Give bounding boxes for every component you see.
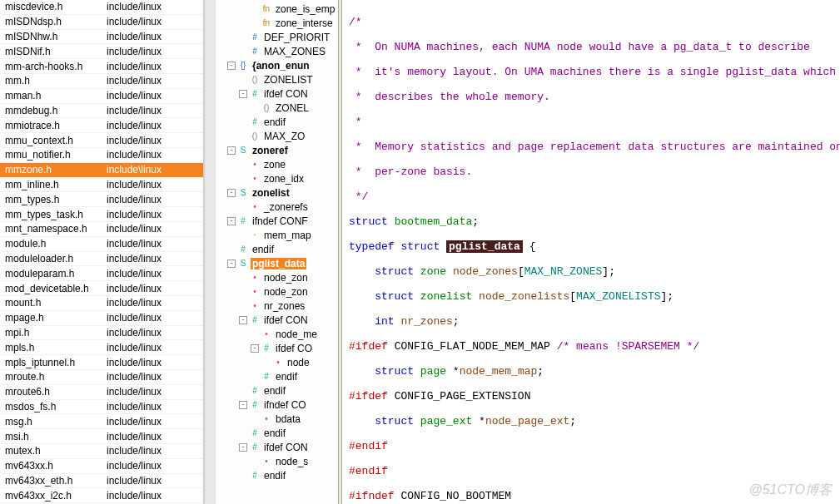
file-row[interactable]: mount.hinclude/linux	[0, 296, 203, 311]
tree-row[interactable]: ()ZONELIST	[216, 72, 341, 86]
file-row[interactable]: mpls.hinclude/linux	[0, 340, 203, 355]
tree-row[interactable]: •nr_zones	[216, 299, 341, 313]
tree-row[interactable]: #endif	[216, 468, 341, 482]
tree-row[interactable]: •bdata	[216, 412, 341, 426]
tree-row[interactable]: •_zonerefs	[216, 200, 341, 214]
tree-row[interactable]: #MAX_ZONES	[216, 44, 341, 58]
tree-row[interactable]: #endif	[216, 369, 341, 383]
tree-item-label: node_s	[274, 456, 310, 467]
tree-row[interactable]: -Spglist_data	[216, 256, 341, 270]
tree-item-label: endif	[251, 244, 276, 255]
collapse-icon[interactable]: -	[239, 90, 247, 98]
file-row[interactable]: mmu_context.hinclude/linux	[0, 133, 203, 148]
file-row[interactable]: miscdevice.hinclude/linux	[0, 0, 203, 15]
file-name: mv643xx_eth.h	[5, 475, 107, 487]
keyword: struct	[375, 365, 414, 378]
file-row[interactable]: mm_inline.hinclude/linux	[0, 178, 203, 193]
tree-row[interactable]: #endif	[216, 242, 341, 256]
file-row[interactable]: mm-arch-hooks.hinclude/linux	[0, 59, 203, 74]
file-row[interactable]: mpage.hinclude/linux	[0, 311, 203, 326]
file-row[interactable]: mISDNif.hinclude/linux	[0, 44, 203, 59]
tree-row[interactable]: -#ifdef CON	[216, 313, 341, 327]
file-name: moduleloader.h	[5, 253, 107, 264]
collapse-icon[interactable]: -	[227, 217, 236, 225]
file-list-scrollbar[interactable]	[204, 0, 216, 504]
tree-row[interactable]: #endif	[216, 426, 341, 440]
keyword: struct	[349, 215, 388, 228]
file-row[interactable]: mmu_notifier.hinclude/linux	[0, 148, 203, 163]
file-row[interactable]: mmdebug.hinclude/linux	[0, 104, 203, 119]
file-row[interactable]: mISDNdsp.hinclude/linux	[0, 15, 203, 30]
file-path: include/linux	[107, 75, 198, 86]
file-row[interactable]: mv643xx_eth.hinclude/linux	[0, 474, 203, 489]
tree-row[interactable]: fnzone_interse	[216, 16, 341, 30]
collapse-icon[interactable]: -	[239, 401, 247, 409]
tree-item-label: endif	[262, 427, 287, 439]
file-row[interactable]: mISDNhw.hinclude/linux	[0, 30, 203, 45]
collapse-icon[interactable]: -	[239, 443, 247, 452]
collapse-icon[interactable]: -	[227, 62, 236, 70]
file-row[interactable]: mod_devicetable.hinclude/linux	[0, 281, 203, 296]
file-path: include/linux	[107, 209, 198, 220]
tree-row[interactable]: -#ifdef CON	[216, 440, 341, 454]
file-path: include/linux	[107, 401, 198, 413]
tree-row[interactable]: -Szonelist	[216, 185, 341, 200]
tree-row[interactable]: ()MAX_ZO	[216, 129, 341, 143]
collapse-icon[interactable]: -	[227, 259, 236, 268]
file-name: mod_devicetable.h	[5, 283, 107, 294]
file-row[interactable]: mman.hinclude/linux	[0, 89, 203, 104]
tree-row[interactable]: -#ifndef CONF	[216, 214, 341, 228]
tree-row[interactable]: #endif	[216, 115, 341, 129]
tree-row[interactable]: -Szoneref	[216, 143, 341, 157]
file-row[interactable]: msi.hinclude/linux	[0, 429, 203, 444]
tree-row[interactable]: •node_zon	[216, 284, 341, 299]
collapse-icon[interactable]: -	[227, 146, 236, 155]
file-name: msi.h	[5, 431, 107, 442]
file-path: include/linux	[107, 16, 198, 27]
tree-row[interactable]: -{}{anon_enun	[216, 58, 341, 72]
tree-row[interactable]: •node	[216, 355, 341, 369]
tree-row[interactable]: •node_me	[216, 327, 341, 341]
tree-item-label: zone	[262, 159, 287, 170]
tree-row[interactable]: •node_s	[216, 454, 341, 468]
file-row[interactable]: moduleloader.hinclude/linux	[0, 252, 203, 267]
file-row[interactable]: mm_types.hinclude/linux	[0, 192, 203, 207]
file-row[interactable]: mmzone.hinclude\linux	[0, 163, 203, 178]
tree-item-icon: S	[237, 258, 249, 269]
tree-item-label: endif	[262, 470, 287, 482]
file-row[interactable]: mm.hinclude/linux	[0, 74, 203, 89]
file-row[interactable]: mroute6.hinclude/linux	[0, 385, 203, 400]
tree-row[interactable]: #DEF_PRIORIT	[216, 30, 341, 44]
tree-row[interactable]: •mem_map	[216, 228, 341, 242]
tree-row[interactable]: fnzone_is_emp	[216, 2, 341, 16]
collapse-icon[interactable]: -	[251, 344, 259, 353]
file-row[interactable]: mv643xx.hinclude/linux	[0, 459, 203, 474]
file-row[interactable]: module.hinclude/linux	[0, 237, 203, 252]
tree-row[interactable]: •zone_idx	[216, 171, 341, 185]
tree-row[interactable]: •node_zon	[216, 270, 341, 284]
file-name: mpage.h	[5, 312, 107, 324]
file-row[interactable]: mroute.hinclude/linux	[0, 370, 203, 385]
file-row[interactable]: mpi.hinclude/linux	[0, 326, 203, 341]
collapse-icon[interactable]: -	[239, 316, 247, 324]
file-row[interactable]: mnt_namespace.hinclude/linux	[0, 222, 203, 237]
file-row[interactable]: mmiotrace.hinclude/linux	[0, 118, 203, 133]
tree-row[interactable]: ()ZONEL	[216, 101, 341, 115]
tree-row[interactable]: -#ifndef CO	[216, 398, 341, 412]
file-row[interactable]: msg.hinclude/linux	[0, 414, 203, 429]
collapse-icon[interactable]: -	[227, 189, 236, 197]
tree-row[interactable]: -#ifdef CON	[216, 86, 341, 101]
tree-row[interactable]: -#ifdef CO	[216, 341, 341, 355]
file-name: mpls.h	[5, 342, 107, 353]
tree-row[interactable]: #endif	[216, 383, 341, 398]
tree-splitter[interactable]	[338, 0, 341, 504]
file-row[interactable]: msdos_fs.hinclude/linux	[0, 400, 203, 415]
file-name: mmu_notifier.h	[5, 149, 107, 161]
code-editor[interactable]: /* * On NUMA machines, each NUMA node wo…	[342, 0, 840, 504]
file-row[interactable]: mpls_iptunnel.hinclude/linux	[0, 355, 203, 370]
tree-row[interactable]: •zone	[216, 157, 341, 171]
file-row[interactable]: moduleparam.hinclude/linux	[0, 266, 203, 281]
file-row[interactable]: mv643xx_i2c.hinclude/linux	[0, 488, 203, 503]
file-row[interactable]: mm_types_task.hinclude/linux	[0, 207, 203, 222]
file-row[interactable]: mutex.hinclude/linux	[0, 444, 203, 459]
